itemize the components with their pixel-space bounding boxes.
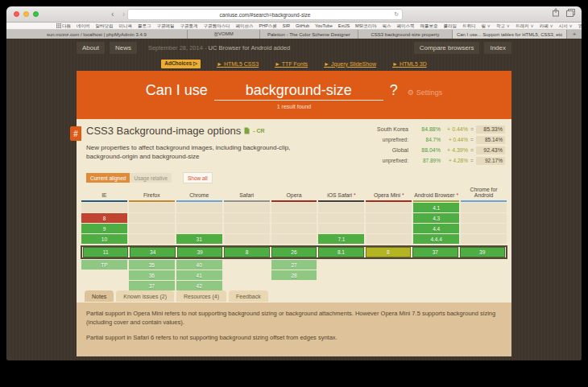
support-cell[interactable]: 28 [271,270,317,280]
support-cell[interactable] [129,234,175,244]
minimize-window-button[interactable] [23,11,29,17]
support-cell[interactable]: 4.1 [413,203,459,212]
forward-icon[interactable]: › [122,10,126,19]
support-cell[interactable]: 41 [176,270,222,280]
bookmark-item[interactable]: 트위터 [462,23,476,29]
ad-link[interactable]: ► HTML5 3D [392,61,427,67]
support-cell[interactable] [413,281,459,290]
support-cell[interactable] [366,281,412,290]
ad-link[interactable]: ► HTML5 CSS3 [217,61,259,67]
support-cell[interactable] [366,203,412,212]
browser-tab[interactable]: Can I use... Support tables for HTML5, C… [453,30,567,39]
bookmark-item[interactable]: 카페 ∨ [540,23,553,29]
support-cell[interactable] [271,281,317,290]
bookmark-item[interactable]: YouTube [315,23,333,29]
share-icon[interactable] [552,8,560,17]
settings-control[interactable]: ⚙ Settings [408,89,443,97]
bookmark-item[interactable]: 트래커 ∨ [516,23,534,29]
support-cell[interactable]: 42 [176,281,222,290]
support-cell[interactable] [224,281,270,290]
support-cell[interactable] [271,224,317,233]
support-cell[interactable] [461,281,507,290]
support-cell[interactable] [271,234,317,244]
browser-tab[interactable]: sun.moinz.com / localhost | phpMyAdmin 3… [6,30,188,39]
support-cell[interactable] [129,203,175,212]
bookmark-item[interactable]: 픽스 [382,23,391,29]
reload-icon[interactable]: ↻ [394,11,399,18]
support-cell[interactable]: 35 [129,260,175,270]
support-cell[interactable]: 36 [129,270,175,280]
support-cell[interactable]: 4.4.4 [413,234,459,244]
bookmark-item[interactable]: 구글웹마스터 [204,23,230,29]
show-all-button[interactable]: Show all [183,172,213,183]
support-cell[interactable]: 34 [130,247,175,257]
bookmark-item[interactable]: 페이스북 [396,23,414,29]
browser-tab[interactable]: CSS3 background-size property [358,30,453,39]
bookmark-item[interactable]: 알바닷컴 [96,23,114,29]
bookmark-item[interactable]: PHP스쿨 [259,23,277,29]
support-cell[interactable] [413,260,459,270]
usage-relative-button[interactable]: Usage relative [130,173,172,183]
bookmark-item[interactable]: 애플보증 [420,23,437,29]
support-cell[interactable] [318,203,364,212]
support-cell[interactable] [129,224,175,233]
support-cell[interactable] [461,270,507,280]
current-aligned-button[interactable]: Current aligned [86,173,130,183]
support-cell[interactable] [129,213,175,223]
support-cell[interactable]: 8 [224,247,269,257]
bookmark-item[interactable]: MSI코리아 [355,23,376,29]
support-cell[interactable] [461,234,507,244]
support-cell[interactable] [318,270,364,280]
spec-document-icon[interactable] [244,127,250,134]
search-input[interactable]: background-size [214,82,383,101]
support-cell[interactable] [176,213,222,223]
index-button[interactable]: Index [484,42,511,54]
support-cell[interactable]: 11 [83,247,128,257]
support-cell[interactable] [318,213,364,223]
about-button[interactable]: About [77,42,105,54]
bookmark-item[interactable]: 블로그 [138,23,151,29]
support-cell[interactable]: 4.4 [413,224,459,233]
support-cell[interactable]: 9 [81,224,127,233]
support-cell[interactable] [224,213,270,223]
bookmark-item[interactable]: GitHub [296,23,309,29]
support-cell[interactable] [366,213,412,223]
bookmark-item[interactable]: 클라임 [443,23,457,29]
support-cell[interactable] [81,270,127,280]
bookmark-item[interactable]: 네이버 [77,23,90,29]
support-cell[interactable] [366,224,412,233]
browser-tab[interactable]: 전VOMM [188,30,260,39]
support-cell[interactable]: 7.1 [318,234,364,244]
support-cell[interactable]: 26 [271,247,317,257]
support-cell[interactable] [461,203,507,212]
bookmark-item[interactable]: 앱업 ∨ [578,23,582,29]
support-cell[interactable]: 37 [412,247,458,257]
support-cell[interactable] [224,203,270,212]
support-cell[interactable] [461,260,507,270]
support-cell[interactable]: 27 [271,260,317,270]
tab-feedback[interactable]: Feedback [229,290,268,302]
support-cell[interactable] [224,234,270,244]
support-cell[interactable] [224,224,270,233]
bookmark-item[interactable]: 미니옥 [119,23,133,29]
support-cell[interactable]: 8.1 [318,247,363,257]
tab-overview-icon[interactable] [566,9,575,17]
support-cell[interactable]: TP [81,260,127,270]
address-bar[interactable]: caniuse.com/#search=background-size ↻ [127,9,403,20]
support-cell[interactable] [461,224,507,233]
support-cell[interactable] [366,234,412,244]
bookmark-item[interactable]: 다음 [62,23,71,29]
support-cell[interactable]: 37 [129,281,175,290]
bookmark-item[interactable]: 시서 ∨ [559,23,573,29]
browser-tab[interactable]: Paletton - The Color Scheme Designer [260,30,358,39]
support-cell[interactable] [318,260,364,270]
support-cell[interactable] [271,213,317,223]
compare-browsers-button[interactable]: Compare browsers [414,42,480,54]
bookmark-item[interactable]: ExtJS [338,23,350,29]
support-cell[interactable] [318,281,364,290]
zoom-window-button[interactable] [33,11,39,17]
support-cell[interactable]: 10 [81,234,127,244]
bookmarks-grid-icon[interactable] [56,23,61,28]
adchoices-badge[interactable]: AdChoices ▷ [161,60,201,68]
support-cell[interactable]: 8 [81,213,127,223]
